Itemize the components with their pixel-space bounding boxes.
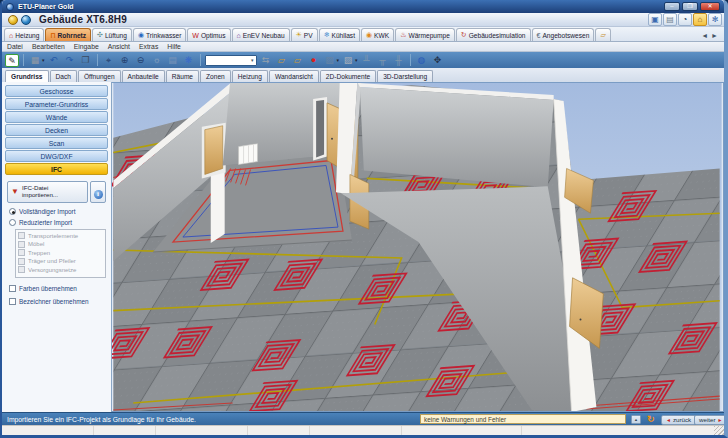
- view-cube-dropdown-icon[interactable]: ▦: [28, 54, 42, 67]
- clock-icon[interactable]: ◔: [678, 13, 692, 26]
- home-icon[interactable]: ⌂: [693, 13, 707, 26]
- copy-icon[interactable]: ❐: [79, 54, 93, 67]
- brightness-icon[interactable]: ☼: [150, 54, 164, 67]
- checkbox-farben-uebernehmen[interactable]: Farben übernehmen: [9, 285, 106, 292]
- section-x-icon[interactable]: ╨: [360, 54, 374, 67]
- viewport-3d[interactable]: [112, 82, 724, 412]
- maximize-button[interactable]: ❐: [682, 2, 698, 11]
- building-3d-scene[interactable]: [112, 83, 723, 411]
- radio-reduzierter-import[interactable]: Reduzierter Import: [9, 219, 106, 226]
- next-button[interactable]: weiter ►: [694, 415, 727, 425]
- radio-vollstaendiger-import[interactable]: Vollständiger Import: [9, 208, 106, 215]
- folder-open-icon[interactable]: ▱: [275, 54, 289, 67]
- checkbox-bezeichner-uebernehmen[interactable]: Bezeichner übernehmen: [9, 298, 106, 305]
- menu-hilfe[interactable]: Hilfe: [167, 43, 181, 50]
- pan-view-icon[interactable]: ✥: [431, 54, 445, 67]
- tab-oeffnungen[interactable]: Öffnungen: [78, 70, 121, 82]
- edit-pencil-icon[interactable]: ✎: [5, 54, 19, 67]
- tab-scroll-left-icon[interactable]: ◄: [701, 32, 708, 39]
- sidebar-item-parameter-grundriss[interactable]: Parameter-Grundriss: [5, 98, 108, 110]
- ribbon-tab-kuehllast[interactable]: ❄Kühllast: [319, 28, 360, 41]
- align-icon[interactable]: ⇆: [259, 54, 273, 67]
- checkbox-versorgungsnetze[interactable]: Versorgungsnetze: [18, 266, 103, 273]
- menu-bearbeiten[interactable]: Bearbeiten: [32, 43, 65, 50]
- wall-right-room-north[interactable]: [358, 83, 554, 187]
- sidebar-item-scan[interactable]: Scan: [5, 137, 108, 149]
- tab-3d-darstellung[interactable]: 3D-Darstellung: [377, 70, 433, 82]
- minimize-button[interactable]: –: [664, 2, 680, 11]
- back-button[interactable]: ◄ zurück: [661, 415, 696, 425]
- tab-zonen[interactable]: Zonen: [200, 70, 231, 82]
- menu-datei[interactable]: Datei: [7, 43, 23, 50]
- screenshot-icon[interactable]: ▣: [648, 13, 662, 26]
- settings-icon[interactable]: ✻: [708, 13, 722, 26]
- ribbon-tab-optimus[interactable]: WOptimus: [187, 28, 230, 41]
- sidebar-item-waende[interactable]: Wände: [5, 111, 108, 123]
- snowflake-icon[interactable]: ❋: [182, 54, 196, 67]
- collapse-warnings-icon[interactable]: ▲: [631, 415, 641, 424]
- checkbox-transportelemente[interactable]: Transportelemente: [18, 232, 103, 239]
- folder-open-2-icon[interactable]: ▱: [291, 54, 305, 67]
- checkbox-moebel[interactable]: Möbel: [18, 241, 103, 248]
- warnings-box[interactable]: keine Warnungen und Fehler: [420, 414, 626, 424]
- ribbon-tab-partial[interactable]: ▱: [595, 28, 610, 41]
- zoom-in-icon[interactable]: ⊕: [118, 54, 132, 67]
- checkbox-traeger-und-pfeiler[interactable]: Träger und Pfeiler: [18, 258, 103, 265]
- ribbon-tab-trinkwasser[interactable]: ◉Trinkwasser: [133, 28, 186, 41]
- redo-icon[interactable]: ↷: [63, 54, 77, 67]
- tab-raeume[interactable]: Räume: [166, 70, 199, 82]
- info-button[interactable]: i: [90, 181, 106, 203]
- tab-heizung[interactable]: Heizung: [232, 70, 268, 82]
- render-globe-icon[interactable]: ◍: [415, 54, 429, 67]
- undo-icon[interactable]: ↶: [47, 54, 61, 67]
- texture-dropdown-icon[interactable]: ▨: [341, 54, 355, 67]
- sidebar-item-dwg-dxf[interactable]: DWG/DXF: [5, 150, 108, 162]
- layers-icon[interactable]: ▤: [166, 54, 180, 67]
- menu-extras[interactable]: Extras: [139, 43, 158, 50]
- kwk-icon: ◉: [366, 31, 372, 39]
- background-image-dropdown-icon[interactable]: ▨: [323, 54, 337, 67]
- coin-icon[interactable]: [8, 15, 18, 25]
- reduced-import-options: Transportelemente Möbel Treppen Träger u…: [15, 229, 106, 278]
- scale-combobox[interactable]: ▾: [205, 55, 257, 66]
- tab-dach[interactable]: Dach: [50, 70, 77, 82]
- zoom-window-icon[interactable]: ⌖: [102, 54, 116, 67]
- globe-icon[interactable]: [21, 15, 31, 25]
- checkbox-icon: [18, 249, 25, 256]
- ribbon-tab-gebaeudesimulation[interactable]: ↻Gebäudesimulation: [456, 28, 531, 41]
- ribbon-tab-heizung[interactable]: ⌂Heizung: [4, 28, 44, 41]
- ribbon-tab-angebotswesen[interactable]: €Angebotswesen: [532, 28, 595, 41]
- notes-icon[interactable]: ▤: [663, 13, 677, 26]
- sidebar-item-ifc[interactable]: IFC: [5, 163, 108, 175]
- menu-eingabe[interactable]: Eingabe: [74, 43, 99, 50]
- ribbon-tab-rohrnetz[interactable]: ΠRohrnetz: [45, 28, 91, 41]
- ribbon-tab-pv[interactable]: ☀PV: [291, 28, 318, 41]
- ribbon-tab-enev-neubau[interactable]: ⌂EnEV Neubau: [232, 28, 290, 41]
- tab-wandansicht[interactable]: Wandansicht: [269, 70, 319, 82]
- ifc-import-button[interactable]: ▼ IFC-Datei importieren...: [7, 181, 88, 203]
- close-button[interactable]: ✕: [700, 2, 720, 11]
- app-icon: [6, 3, 14, 11]
- ribbon-tab-kwk[interactable]: ◉KWK: [361, 28, 394, 41]
- ribbon-tab-waermepumpe[interactable]: ♨Wärmepumpe: [395, 28, 455, 41]
- menu-ansicht[interactable]: Ansicht: [108, 43, 130, 50]
- resize-grip[interactable]: [714, 426, 724, 435]
- tab-scroll-right-icon[interactable]: ►: [711, 32, 718, 39]
- document-tab-bar: Grundriss Dach Öffnungen Anbauteile Räum…: [2, 68, 724, 82]
- tab-anbauteile[interactable]: Anbauteile: [122, 70, 165, 82]
- radiator[interactable]: [239, 144, 258, 165]
- refresh-icon[interactable]: ↻: [647, 414, 655, 424]
- ribbon-tab-lueftung[interactable]: ✣Lüftung: [92, 28, 132, 41]
- status-segment: [94, 426, 156, 435]
- optimus-icon: W: [192, 32, 199, 39]
- door-west[interactable]: [205, 126, 223, 175]
- section-y-icon[interactable]: ╥: [376, 54, 390, 67]
- sidebar-item-geschosse[interactable]: Geschosse: [5, 85, 108, 97]
- checkbox-treppen[interactable]: Treppen: [18, 249, 103, 256]
- zoom-out-icon[interactable]: ⊖: [134, 54, 148, 67]
- tab-2d-dokumente[interactable]: 2D-Dokumente: [320, 70, 376, 82]
- section-z-icon[interactable]: ╫: [392, 54, 406, 67]
- tab-grundriss[interactable]: Grundriss: [5, 70, 49, 82]
- alert-icon[interactable]: ●: [307, 54, 321, 67]
- sidebar-item-decken[interactable]: Decken: [5, 124, 108, 136]
